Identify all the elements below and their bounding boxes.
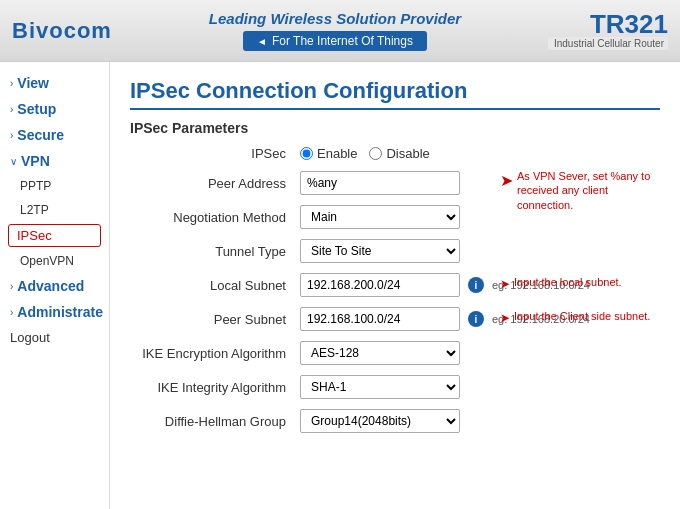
layout: › View › Setup › Secure ∨ VPN PPTP L2TP …: [0, 62, 680, 509]
sidebar-label-advanced: Advanced: [17, 278, 84, 294]
model-desc: Industrial Cellular Router: [548, 37, 668, 50]
peer-subnet-info-icon[interactable]: i: [468, 311, 484, 327]
dh-group-row: Diffie-Hellman Group Group14(2048bits) G…: [130, 409, 660, 433]
sidebar-item-view[interactable]: › View: [0, 70, 109, 96]
sidebar-label-openvpn: OpenVPN: [20, 254, 74, 268]
page-title: IPSec Connection Configuration: [130, 78, 660, 110]
chevron-right-icon: ›: [10, 130, 13, 141]
peer-address-input[interactable]: [300, 171, 460, 195]
dh-group-label: Diffie-Hellman Group: [130, 414, 300, 429]
negotiation-method-select[interactable]: Main Aggressive: [300, 205, 460, 229]
negotiation-method-row: Negotiation Method Main Aggressive: [130, 205, 660, 229]
sidebar-item-l2tp[interactable]: L2TP: [0, 198, 109, 222]
ike-encryption-label: IKE Encryption Algorithm: [130, 346, 300, 361]
ike-integrity-label: IKE Integrity Algorithm: [130, 380, 300, 395]
sidebar: › View › Setup › Secure ∨ VPN PPTP L2TP …: [0, 62, 110, 509]
logo-area: Bivocom: [12, 18, 122, 44]
tunnel-type-control: Site To Site Host To Host: [300, 239, 460, 263]
ipsec-disable-label: Disable: [386, 146, 429, 161]
peer-address-control: [300, 171, 460, 195]
ipsec-label: IPSec: [130, 146, 300, 161]
arrow-icon: ➤: [500, 171, 513, 190]
chevron-right-icon: ›: [10, 281, 13, 292]
header: Bivocom Leading Wireless Solution Provid…: [0, 0, 680, 62]
ike-encryption-row: IKE Encryption Algorithm AES-128 AES-256…: [130, 341, 660, 365]
ipsec-disable-radio[interactable]: [369, 147, 382, 160]
peer-subnet-label: Peer Subnet: [130, 312, 300, 327]
ike-encryption-select[interactable]: AES-128 AES-256 3DES DES: [300, 341, 460, 365]
dh-group-control: Group14(2048bits) Group2(1024bits) Group…: [300, 409, 460, 433]
play-icon: ◄: [257, 36, 267, 47]
sidebar-item-openvpn[interactable]: OpenVPN: [0, 249, 109, 273]
chevron-right-icon: ›: [10, 78, 13, 89]
header-tagline: Leading Wireless Solution Provider: [209, 10, 461, 27]
sidebar-label-l2tp: L2TP: [20, 203, 49, 217]
header-right: TR321 Industrial Cellular Router: [548, 11, 668, 50]
section-title: IPSec Parameters: [130, 120, 660, 136]
sidebar-item-ipsec[interactable]: IPSec: [8, 224, 101, 247]
sidebar-item-setup[interactable]: › Setup: [0, 96, 109, 122]
local-subnet-input[interactable]: [300, 273, 460, 297]
dh-group-select[interactable]: Group14(2048bits) Group2(1024bits) Group…: [300, 409, 460, 433]
chevron-down-icon: ∨: [10, 156, 17, 167]
ipsec-enable-option[interactable]: Enable: [300, 146, 357, 161]
tunnel-type-select[interactable]: Site To Site Host To Host: [300, 239, 460, 263]
sidebar-label-vpn: VPN: [21, 153, 50, 169]
arrow-icon: ➤: [500, 277, 510, 291]
chevron-right-icon: ›: [10, 104, 13, 115]
sidebar-item-administrate[interactable]: › Administrate: [0, 299, 109, 325]
local-subnet-info-icon[interactable]: i: [468, 277, 484, 293]
negotiation-method-control: Main Aggressive: [300, 205, 460, 229]
peer-address-row: Peer Address ➤ As VPN Sever, set %any to…: [130, 171, 660, 195]
sidebar-label-ipsec: IPSec: [17, 228, 52, 243]
peer-subnet-annotation: ➤ Input the Client side subnet.: [500, 309, 650, 325]
main-content: IPSec Connection Configuration IPSec Par…: [110, 62, 680, 509]
tunnel-type-row: Tunnel Type Site To Site Host To Host: [130, 239, 660, 263]
header-center: Leading Wireless Solution Provider ◄ For…: [122, 10, 548, 51]
local-subnet-row: Local Subnet i eg: 192.168.10.0/24 ➤ Inp…: [130, 273, 660, 297]
ipsec-enable-radio[interactable]: [300, 147, 313, 160]
ike-integrity-select[interactable]: SHA-1 SHA-256 MD5: [300, 375, 460, 399]
peer-subnet-input[interactable]: [300, 307, 460, 331]
ipsec-row: IPSec Enable Disable: [130, 146, 660, 161]
sidebar-item-vpn[interactable]: ∨ VPN: [0, 148, 109, 174]
chevron-right-icon: ›: [10, 307, 13, 318]
sidebar-item-pptp[interactable]: PPTP: [0, 174, 109, 198]
sidebar-item-secure[interactable]: › Secure: [0, 122, 109, 148]
sidebar-label-pptp: PPTP: [20, 179, 51, 193]
peer-subnet-row: Peer Subnet i eg: 192.168.20.0/24 ➤ Inpu…: [130, 307, 660, 331]
tunnel-type-label: Tunnel Type: [130, 244, 300, 259]
arrow-icon: ➤: [500, 311, 510, 325]
ike-encryption-control: AES-128 AES-256 3DES DES: [300, 341, 460, 365]
negotiation-method-label: Negotiation Method: [130, 210, 300, 225]
local-subnet-annotation-text: Input the local subnet.: [514, 275, 622, 289]
iot-label: For The Internet Of Things: [272, 34, 413, 48]
ipsec-enable-label: Enable: [317, 146, 357, 161]
model-number: TR321: [548, 11, 668, 37]
sidebar-label-administrate: Administrate: [17, 304, 103, 320]
sidebar-item-advanced[interactable]: › Advanced: [0, 273, 109, 299]
header-iot: ◄ For The Internet Of Things: [243, 31, 427, 51]
logout-label: Logout: [10, 330, 50, 345]
peer-subnet-annotation-text: Input the Client side subnet.: [514, 309, 650, 323]
local-subnet-label: Local Subnet: [130, 278, 300, 293]
sidebar-label-setup: Setup: [17, 101, 56, 117]
sidebar-label-secure: Secure: [17, 127, 64, 143]
peer-address-label: Peer Address: [130, 176, 300, 191]
ike-integrity-control: SHA-1 SHA-256 MD5: [300, 375, 460, 399]
logout-link[interactable]: Logout: [0, 325, 109, 350]
ipsec-radio-group: Enable Disable: [300, 146, 430, 161]
logo: Bivocom: [12, 18, 122, 44]
local-subnet-annotation: ➤ Input the local subnet.: [500, 275, 622, 291]
ipsec-disable-option[interactable]: Disable: [369, 146, 429, 161]
ike-integrity-row: IKE Integrity Algorithm SHA-1 SHA-256 MD…: [130, 375, 660, 399]
sidebar-label-view: View: [17, 75, 49, 91]
